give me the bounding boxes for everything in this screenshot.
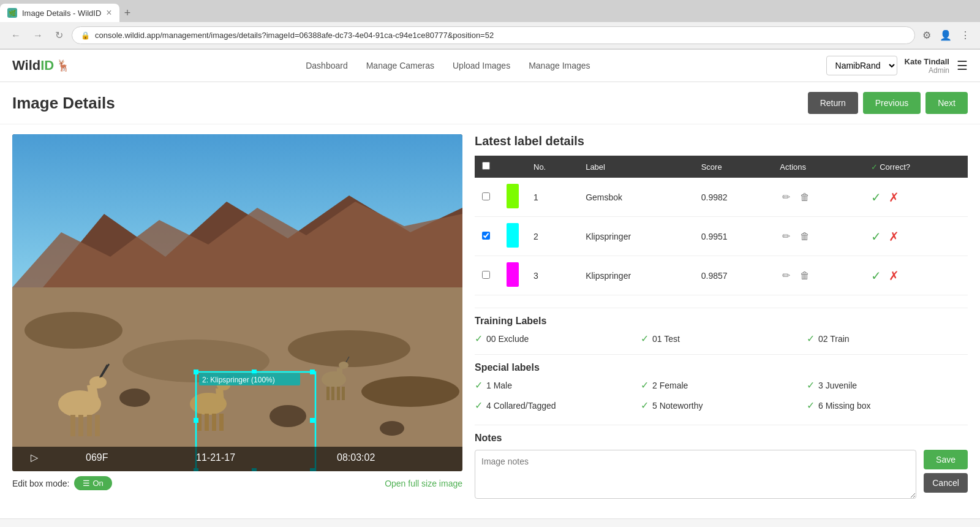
svg-point-31 — [339, 362, 349, 369]
row-checkbox-cell-2[interactable] — [475, 256, 499, 295]
select-all-checkbox[interactable] — [482, 162, 490, 170]
page-actions: Return Previous Next — [808, 92, 968, 114]
row-color-cell-1 — [499, 217, 526, 256]
svg-text:2: Klipspringer (100%): 2: Klipspringer (100%) — [202, 376, 275, 384]
row-checkbox-cell-0[interactable] — [475, 178, 499, 217]
training-item-02: ✓ 02 Train — [807, 333, 968, 344]
region-select[interactable]: NamibRand — [826, 56, 897, 75]
special-section-title: Special labels — [475, 362, 968, 373]
training-check-icon-0: ✓ — [475, 333, 483, 344]
row-correct-cell-1: ✓ ✗ — [864, 217, 968, 256]
col-score: Score — [694, 156, 773, 178]
nav-manage-cameras[interactable]: Manage Cameras — [366, 61, 434, 70]
correct-yes-2[interactable]: ✓ — [871, 268, 881, 283]
svg-point-7 — [361, 376, 459, 407]
svg-point-10 — [380, 421, 404, 436]
app-header: WildID 🦌 Dashboard Manage Cameras Upload… — [0, 50, 980, 82]
table-header-row: No. Label Score Actions ✓ Correct? — [475, 156, 968, 178]
user-info: Kate Tindall Admin — [905, 57, 949, 75]
special-item-6: ✓ 6 Missing box — [807, 400, 968, 411]
correct-no-0[interactable]: ✗ — [889, 190, 899, 205]
next-button[interactable]: Next — [925, 92, 968, 114]
back-button[interactable]: ← — [7, 28, 24, 44]
edit-row-button-1[interactable]: ✏ — [780, 228, 793, 245]
image-panel: 2: Klipspringer (100%) ▷ 069F 11-21-17 0… — [12, 134, 462, 509]
delete-row-button-2[interactable]: 🗑 — [797, 268, 812, 284]
notes-buttons: Save Cancel — [924, 450, 968, 493]
row-actions-cell-0: ✏ 🗑 — [772, 178, 863, 217]
svg-rect-36 — [342, 387, 345, 400]
special-label-4: 4 Collared/Tagged — [486, 401, 556, 411]
extensions-button[interactable]: ⚙ — [920, 27, 933, 44]
row-score-cell-1: 0.9951 — [694, 217, 773, 256]
special-label-3: 3 Juvenile — [818, 381, 857, 390]
menu-icon[interactable]: ☰ — [957, 58, 968, 73]
row-checkbox-0[interactable] — [482, 192, 490, 200]
forward-button[interactable]: → — [29, 28, 47, 44]
previous-button[interactable]: Previous — [863, 92, 921, 114]
row-label-cell-1: Klipspringer — [578, 217, 694, 256]
nav-upload-images[interactable]: Upload Images — [453, 61, 510, 70]
svg-rect-21 — [216, 388, 224, 406]
notes-textarea[interactable] — [475, 450, 916, 499]
new-tab-button[interactable]: + — [119, 7, 136, 20]
app-footer: © 2020 - WildID Privacy Policy Terms of … — [0, 518, 980, 527]
row-checkbox-1[interactable] — [482, 232, 490, 240]
delete-row-button-1[interactable]: 🗑 — [797, 229, 812, 245]
more-button[interactable]: ⋮ — [958, 27, 973, 44]
svg-point-6 — [288, 330, 410, 367]
svg-point-4 — [24, 312, 123, 349]
user-role: Admin — [905, 66, 949, 75]
url-text: console.wildid.app/management/images/det… — [95, 31, 906, 40]
color-swatch-1 — [507, 223, 519, 248]
svg-rect-19 — [95, 415, 100, 436]
special-item-1: ✓ 1 Male — [475, 379, 636, 391]
return-button[interactable]: Return — [808, 92, 858, 114]
refresh-button[interactable]: ↻ — [51, 27, 67, 44]
special-section: Special labels ✓ 1 Male ✓ 2 Female ✓ 3 J… — [475, 362, 968, 415]
special-items: ✓ 1 Male ✓ 2 Female ✓ 3 Juvenile ✓ 4 Col… — [475, 379, 968, 415]
training-check-icon-2: ✓ — [807, 333, 815, 344]
col-color — [499, 156, 526, 178]
svg-rect-35 — [337, 387, 340, 400]
edit-row-button-2[interactable]: ✏ — [780, 267, 793, 284]
tab-favicon: 🌿 — [7, 8, 17, 18]
special-check-icon-5: ✓ — [641, 400, 649, 411]
cancel-button[interactable]: Cancel — [924, 473, 968, 493]
address-bar[interactable]: 🔒 console.wildid.app/management/images/d… — [72, 26, 915, 44]
open-full-size-link[interactable]: Open full size image — [385, 479, 462, 488]
edit-row-button-0[interactable]: ✏ — [780, 189, 793, 205]
logo-icon: 🦌 — [56, 59, 70, 72]
correct-no-1[interactable]: ✗ — [889, 229, 899, 244]
correct-yes-0[interactable]: ✓ — [871, 190, 881, 205]
profile-button[interactable]: 👤 — [937, 27, 954, 44]
logo-id: ID — [40, 58, 54, 73]
special-item-4: ✓ 4 Collared/Tagged — [475, 400, 636, 411]
active-tab: 🌿 Image Details - WildID × — [0, 4, 119, 22]
svg-point-13 — [89, 376, 107, 389]
save-button[interactable]: Save — [924, 450, 968, 469]
nav-manage-images[interactable]: Manage Images — [529, 61, 590, 70]
correct-yes-1[interactable]: ✓ — [871, 229, 881, 244]
divider-2 — [475, 354, 968, 355]
divider-1 — [475, 308, 968, 308]
browser-chrome: 🌿 Image Details - WildID × + ← → ↻ 🔒 con… — [0, 0, 980, 50]
row-checkbox-cell-1[interactable] — [475, 217, 499, 256]
svg-point-9 — [270, 405, 306, 427]
row-checkbox-2[interactable] — [482, 271, 490, 279]
correct-check-icon: ✓ — [871, 162, 878, 172]
row-score-cell-2: 0.9857 — [694, 256, 773, 295]
nav-dashboard[interactable]: Dashboard — [306, 61, 348, 70]
tab-close-icon[interactable]: × — [106, 8, 111, 18]
correct-no-2[interactable]: ✗ — [889, 268, 899, 283]
training-label-1: 01 Test — [652, 334, 680, 344]
col-no: No. — [526, 156, 578, 178]
training-section-title: Training Labels — [475, 316, 968, 327]
edit-box-toggle[interactable]: ☰ On — [74, 476, 111, 490]
svg-rect-33 — [326, 387, 330, 400]
app-logo: WildID 🦌 — [12, 58, 70, 74]
delete-row-button-0[interactable]: 🗑 — [797, 189, 812, 205]
special-label-5: 5 Noteworthy — [652, 401, 703, 411]
app-navigation: Dashboard Manage Cameras Upload Images M… — [306, 61, 590, 70]
row-correct-cell-0: ✓ ✗ — [864, 178, 968, 217]
